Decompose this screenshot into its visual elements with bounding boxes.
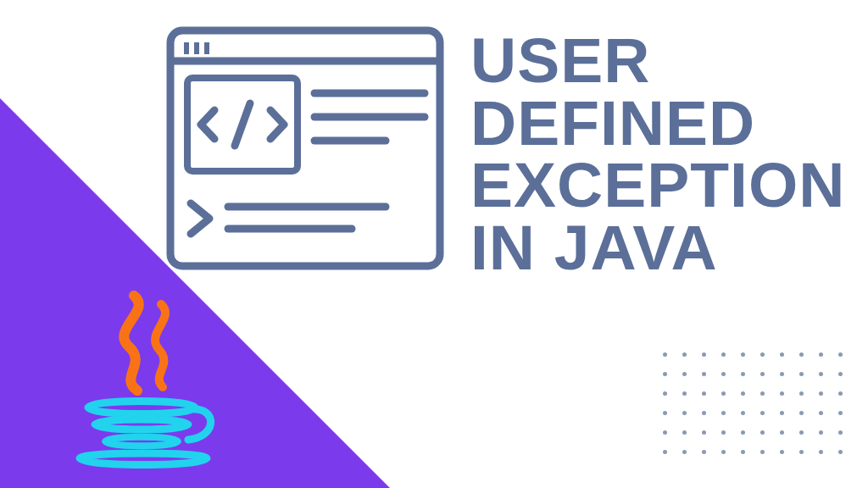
- dot: [838, 450, 843, 454]
- svg-rect-4: [204, 42, 209, 54]
- dot: [780, 430, 784, 435]
- dot: [682, 450, 687, 454]
- dot: [702, 411, 706, 415]
- dot: [799, 352, 804, 357]
- dot: [721, 372, 726, 376]
- dot: [838, 391, 843, 396]
- dot: [663, 372, 667, 376]
- dot: [838, 352, 843, 357]
- headline-line-3: EXCEPTION: [470, 154, 845, 217]
- headline-line-1: USER: [470, 30, 845, 92]
- svg-line-6: [235, 103, 250, 146]
- dot: [702, 372, 706, 376]
- dot: [760, 372, 765, 376]
- dot: [819, 372, 823, 376]
- dot: [780, 411, 784, 415]
- dot: [799, 372, 804, 376]
- dot: [799, 450, 804, 454]
- dot: [721, 430, 726, 435]
- dot: [702, 391, 706, 396]
- dot: [663, 430, 667, 435]
- dot: [682, 372, 687, 376]
- dot: [682, 411, 687, 415]
- headline-line-4: IN JAVA: [470, 217, 845, 280]
- dot: [663, 391, 667, 396]
- dot: [702, 450, 706, 454]
- dot: [819, 430, 823, 435]
- dot: [663, 450, 667, 454]
- dot: [799, 411, 804, 415]
- dot: [838, 372, 843, 376]
- dot: [838, 411, 843, 415]
- dot: [780, 352, 784, 357]
- dot: [682, 430, 687, 435]
- dot: [760, 430, 765, 435]
- dot: [663, 352, 667, 357]
- dot: [819, 352, 823, 357]
- dot: [760, 450, 765, 454]
- svg-rect-2: [184, 42, 189, 54]
- dot: [819, 411, 823, 415]
- code-window-icon: [165, 25, 445, 271]
- dot-pattern: [663, 352, 843, 454]
- dot: [741, 430, 745, 435]
- dot: [721, 450, 726, 454]
- dot: [780, 391, 784, 396]
- dot: [741, 352, 745, 357]
- headline: USER DEFINED EXCEPTION IN JAVA: [470, 30, 845, 279]
- dot: [741, 450, 745, 454]
- dot: [682, 352, 687, 357]
- headline-line-2: DEFINED: [470, 92, 845, 155]
- dot: [721, 411, 726, 415]
- dot: [780, 372, 784, 376]
- dot: [721, 391, 726, 396]
- dot: [741, 411, 745, 415]
- dot: [760, 411, 765, 415]
- dot: [760, 391, 765, 396]
- java-logo-icon: [59, 289, 229, 475]
- dot: [663, 411, 667, 415]
- dot: [780, 450, 784, 454]
- dot: [741, 391, 745, 396]
- dot: [702, 430, 706, 435]
- dot: [819, 391, 823, 396]
- dot: [819, 450, 823, 454]
- dot: [702, 352, 706, 357]
- dot: [799, 391, 804, 396]
- dot: [799, 430, 804, 435]
- dot: [721, 352, 726, 357]
- dot: [838, 430, 843, 435]
- svg-rect-3: [194, 42, 199, 54]
- dot: [741, 372, 745, 376]
- dot: [682, 391, 687, 396]
- dot: [760, 352, 765, 357]
